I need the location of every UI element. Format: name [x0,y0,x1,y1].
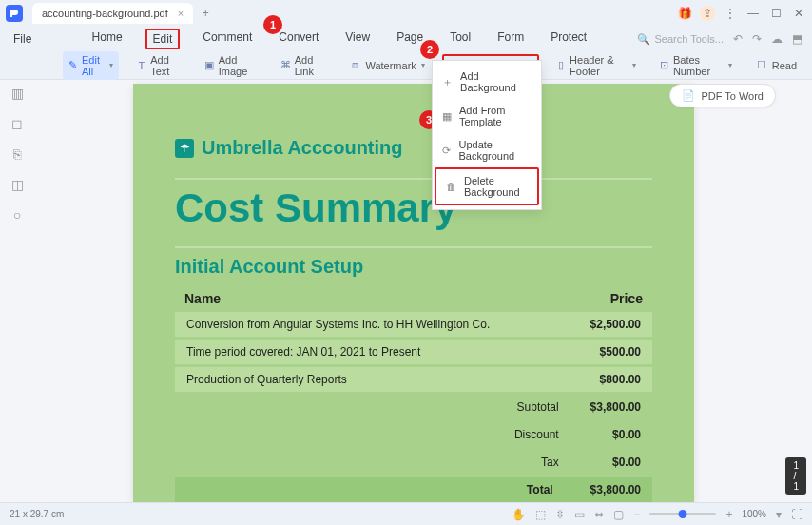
step-badge-1: 1 [263,15,282,34]
tool-add-link[interactable]: ⌘Add Link [275,51,332,80]
section-initial: Initial Account Setup [175,256,652,278]
chevron-down-icon[interactable]: ▾ [776,508,782,521]
app-icon [6,5,23,22]
search-icon: 🔍 [637,33,650,46]
brand-logo-icon: ☂ [175,139,194,158]
chevron-down-icon: ▾ [728,61,732,69]
plus-icon: ＋ [442,76,453,88]
select-tool-icon[interactable]: ⬚ [535,508,546,521]
close-window-icon[interactable]: ✕ [791,6,806,21]
search-panel-icon[interactable]: ○ [13,207,21,223]
share-icon[interactable]: ⇪ [700,6,715,21]
zoom-thumb[interactable] [679,510,687,518]
menu-edit[interactable]: Edit [145,29,181,49]
fit-page-icon[interactable]: ▢ [613,508,624,521]
zoom-in-icon[interactable]: + [725,508,732,521]
layers-icon[interactable]: ◫ [11,177,24,192]
hand-tool-icon[interactable]: ✋ [512,508,526,521]
tab-title: accounting-background.pdf [42,8,168,19]
background-dropdown: ＋Add Background ▦Add From Template ⟳Upda… [432,60,542,210]
trash-icon: 🗑 [446,181,456,192]
zoom-level: 100% [742,509,766,519]
title-bar: accounting-background.pdf × + 🎁 ⇪ ⋮ — ☐ … [0,0,812,27]
brand-text: Umbrella Acccounting [202,137,403,159]
dropdown-add-background[interactable]: ＋Add Background [433,65,541,99]
tool-read[interactable]: ☐Read [749,56,802,75]
save-icon[interactable]: ⬒ [792,32,802,46]
table-row: Discount$0.00 [175,422,652,447]
maximize-icon[interactable]: ☐ [768,6,783,21]
zoom-out-icon[interactable]: − [633,508,640,521]
redo-icon[interactable]: ↷ [752,32,762,46]
tool-edit-all[interactable]: ✎Edit All▾ [63,51,120,80]
edit-toolbar: ✎Edit All▾ TAdd Text ▣Add Image ⌘Add Lin… [0,51,812,80]
read-icon: ☐ [755,59,768,72]
menu-form[interactable]: Form [493,29,528,49]
link-icon: ⌘ [280,59,291,72]
search-tools[interactable]: 🔍Search Tools... [637,33,724,46]
table-row: Production of Quarterly Reports$800.00 [175,367,652,392]
tool-watermark[interactable]: ⧈Watermark▾ [342,56,430,75]
image-icon: ▣ [204,59,215,72]
tool-bates-number[interactable]: ⊡Bates Number▾ [653,51,737,80]
table-row: Time period covered: JAN 01, 2021 to Pre… [175,340,652,364]
doc-title: Cost Summary [175,185,652,231]
workspace: ▥ ◻ ⎘ ◫ ○ 📄 PDF To Word ☂ Umbrella Accco… [0,80,812,502]
table-row-total: Total$3,800.00 [175,477,652,502]
minimize-icon[interactable]: — [745,6,761,21]
table-row: Subtotal$3,800.00 [175,395,652,419]
refresh-icon: ⟳ [442,145,451,156]
undo-icon[interactable]: ↶ [733,32,743,46]
step-badge-2: 2 [420,40,439,59]
zoom-slider[interactable] [649,513,716,515]
document-page: ☂ Umbrella Acccounting Cost Summary Init… [133,84,694,502]
template-icon: ▦ [442,110,452,122]
left-rail: ▥ ◻ ⎘ ◫ ○ [0,80,34,502]
dropdown-add-from-template[interactable]: ▦Add From Template [433,99,541,133]
tool-add-image[interactable]: ▣Add Image [199,51,263,80]
right-rail: 1 / 1 [793,80,812,502]
brand: ☂ Umbrella Acccounting [175,137,652,159]
pdf-to-word-button[interactable]: 📄 PDF To Word [669,84,776,107]
header-footer-icon: ▯ [556,59,567,72]
thumbnails-icon[interactable]: ▥ [11,86,24,101]
word-icon: 📄 [682,89,695,102]
gift-icon[interactable]: 🎁 [677,6,692,21]
bookmark-icon[interactable]: ◻ [11,116,23,131]
scroll-tool-icon[interactable]: ⇳ [555,508,565,521]
fullscreen-icon[interactable]: ⛶ [791,508,802,521]
tool-header-footer[interactable]: ▯Header & Footer▾ [551,51,643,80]
chevron-down-icon: ▾ [421,61,425,69]
cost-table: NamePrice Conversion from Angular System… [175,285,652,502]
menu-file[interactable]: File [10,30,41,48]
view-mode-icon[interactable]: ▭ [574,508,585,521]
fit-width-icon[interactable]: ⇔ [594,508,604,521]
col-name: Name [175,285,565,312]
menu-comment[interactable]: Comment [199,29,256,49]
attachments-icon[interactable]: ⎘ [13,146,21,162]
new-tab-button[interactable]: + [197,5,214,22]
table-row: Tax$0.00 [175,450,652,475]
kebab-icon[interactable]: ⋮ [723,6,738,21]
menu-view[interactable]: View [341,29,374,49]
bates-icon: ⊡ [659,59,669,72]
document-tab[interactable]: accounting-background.pdf × [32,3,193,24]
table-row: Conversion from Angular Systems Inc. to … [175,312,652,337]
status-bar: 21 x 29.7 cm ✋ ⬚ ⇳ ▭ ⇔ ▢ − + 100% ▾ ⛶ [0,502,812,525]
tool-add-text[interactable]: TAdd Text [130,51,187,80]
menu-tool[interactable]: Tool [446,29,474,49]
menu-protect[interactable]: Protect [547,29,590,49]
menu-home[interactable]: Home [88,29,126,49]
page-dimensions: 21 x 29.7 cm [10,509,64,519]
close-tab-icon[interactable]: × [178,8,184,19]
dropdown-delete-background[interactable]: 🗑Delete Background [435,167,539,205]
watermark-icon: ⧈ [348,59,361,72]
chevron-down-icon: ▾ [632,61,636,69]
page-indicator: 1 / 1 [785,457,806,495]
menu-bar: File Home Edit Comment Convert View Page… [0,27,812,51]
cloud-icon[interactable]: ☁ [771,32,783,46]
menu-convert[interactable]: Convert [275,29,322,49]
text-icon: T [136,59,146,72]
dropdown-update-background[interactable]: ⟳Update Background [433,133,541,167]
col-price: Price [565,285,652,312]
